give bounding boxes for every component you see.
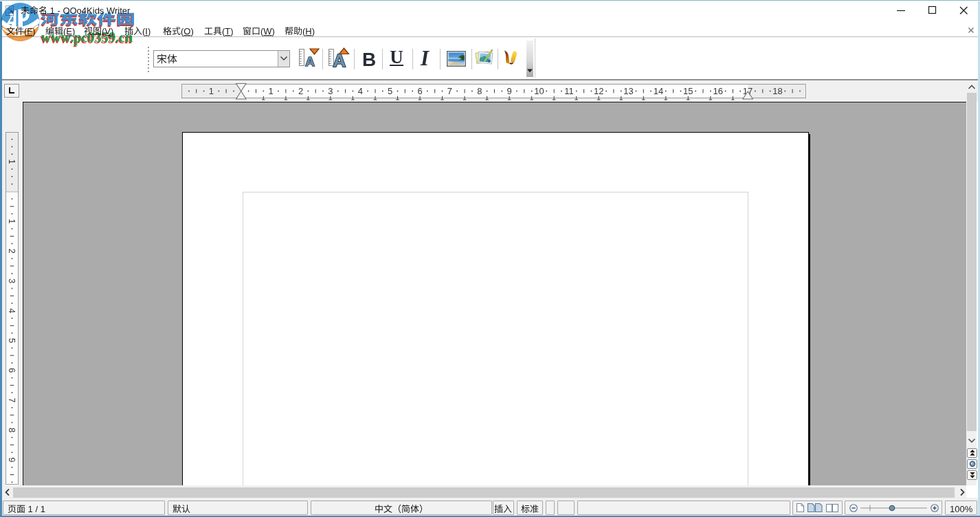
svg-text:2: 2 bbox=[298, 86, 303, 96]
svg-text:6: 6 bbox=[7, 368, 17, 373]
svg-text:5: 5 bbox=[7, 338, 17, 343]
svg-text:5: 5 bbox=[388, 86, 392, 96]
svg-text:1: 1 bbox=[7, 159, 17, 164]
svg-text:10: 10 bbox=[534, 86, 544, 96]
svg-text:13: 13 bbox=[623, 86, 633, 96]
svg-text:4: 4 bbox=[7, 308, 17, 313]
svg-text:(V): (V) bbox=[102, 26, 113, 36]
svg-text:1: 1 bbox=[209, 86, 214, 96]
svg-text:3: 3 bbox=[328, 86, 333, 96]
svg-text:8: 8 bbox=[477, 86, 482, 96]
svg-text:(T): (T) bbox=[222, 26, 234, 36]
svg-text:(H): (H) bbox=[302, 26, 315, 36]
svg-text:1: 1 bbox=[269, 86, 274, 96]
svg-text:1 / 1: 1 / 1 bbox=[25, 503, 45, 514]
svg-text:11: 11 bbox=[564, 86, 574, 96]
svg-text:7: 7 bbox=[7, 397, 17, 402]
svg-text:(I): (I) bbox=[142, 26, 151, 36]
svg-text:(O): (O) bbox=[181, 26, 194, 36]
svg-text:(W): (W) bbox=[260, 26, 275, 36]
svg-text:9: 9 bbox=[506, 86, 511, 96]
svg-text:14: 14 bbox=[654, 86, 663, 96]
svg-text:100%: 100% bbox=[950, 503, 973, 514]
svg-text:1: 1 bbox=[7, 219, 17, 223]
svg-text:7: 7 bbox=[447, 86, 452, 96]
svg-text:2: 2 bbox=[7, 249, 17, 254]
svg-text:9: 9 bbox=[7, 457, 17, 462]
svg-text:6: 6 bbox=[417, 86, 422, 96]
svg-text:18: 18 bbox=[772, 86, 782, 96]
svg-text:1 - OOo4Kids Writer: 1 - OOo4Kids Writer bbox=[47, 5, 131, 15]
svg-text:15: 15 bbox=[683, 86, 693, 96]
svg-text:(F): (F) bbox=[24, 26, 36, 36]
svg-text:8: 8 bbox=[7, 428, 17, 432]
svg-text:3: 3 bbox=[7, 278, 17, 283]
svg-text:12: 12 bbox=[594, 86, 603, 96]
svg-text:16: 16 bbox=[713, 86, 722, 96]
svg-text:(E): (E) bbox=[63, 26, 75, 36]
svg-text:A: A bbox=[305, 54, 315, 68]
svg-text:4: 4 bbox=[358, 86, 363, 96]
